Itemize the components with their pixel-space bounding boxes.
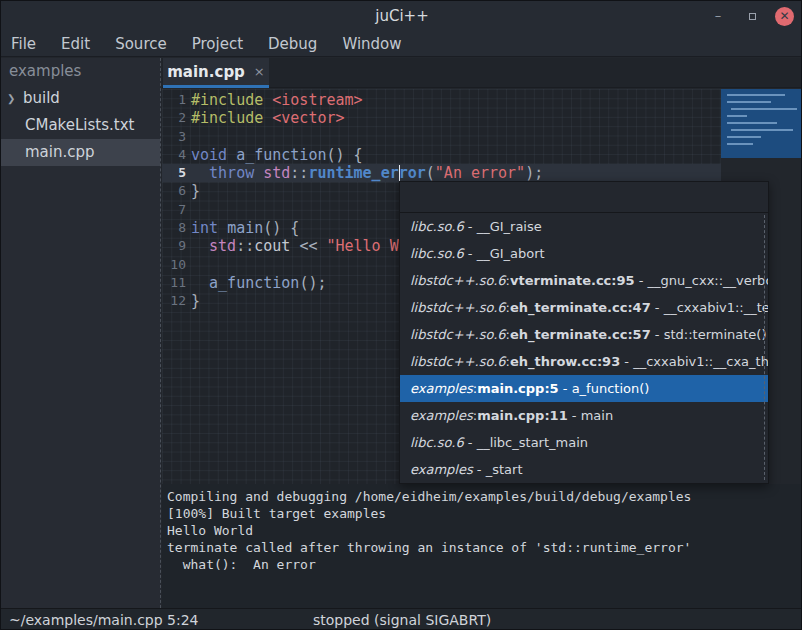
tree-item-build[interactable]: ❯build	[1, 85, 160, 112]
titlebar[interactable]: juCi++ – ✕	[1, 1, 802, 31]
debug-status: stopped (signal SIGABRT)	[313, 609, 491, 630]
tree-item-main-cpp[interactable]: main.cpp	[1, 139, 160, 166]
code-line: throw std::runtime_error("An error");	[191, 164, 721, 182]
stack-frame[interactable]: examples:main.cpp:5 - a_function()	[400, 375, 768, 402]
tab-main-cpp[interactable]: main.cpp ×	[163, 58, 269, 88]
line-number-gutter: 123456789101112	[162, 91, 191, 311]
cursor-location-status: ~/examples/main.cpp 5:24	[9, 609, 199, 630]
line-number: 11	[162, 274, 186, 292]
tree-item-label: CMakeLists.txt	[25, 112, 134, 139]
project-name: examples	[1, 58, 160, 85]
menu-window[interactable]: Window	[342, 35, 401, 53]
stack-frame[interactable]: libc.so.6 - __libc_start_main	[400, 429, 768, 456]
code-overview-tooltip	[721, 89, 802, 158]
line-number: 1	[162, 91, 186, 109]
line-number: 4	[162, 146, 186, 164]
stack-frame[interactable]: examples:main.cpp:11 - main	[400, 402, 768, 429]
stack-frame[interactable]: examples - _start	[400, 456, 768, 483]
restore-button[interactable]	[743, 7, 761, 25]
menu-file[interactable]: File	[11, 35, 36, 53]
line-number: 10	[162, 256, 186, 274]
text-caret	[399, 165, 401, 182]
code-line: #include <iostream>	[191, 91, 721, 109]
line-number: 9	[162, 237, 186, 255]
juci-window: juCi++ – ✕ FileEditSourceProjectDebugWin…	[0, 0, 802, 630]
popup-scrollbar[interactable]	[764, 215, 765, 480]
tree-item-cmakelists-txt[interactable]: CMakeLists.txt	[1, 112, 160, 139]
backtrace-popup: libc.so.6 - __GI_raiselibc.so.6 - __GI_a…	[399, 181, 769, 484]
backtrace-popup-header	[400, 182, 768, 213]
expander-chevron-icon[interactable]: ❯	[7, 85, 23, 112]
tree-item-label: build	[23, 85, 60, 112]
stack-frame[interactable]: libstdc++.so.6:eh_throw.cc:93 - __cxxabi…	[400, 348, 768, 375]
line-number: 12	[162, 292, 186, 310]
tab-close-icon[interactable]: ×	[254, 65, 265, 78]
tree-item-label: main.cpp	[25, 139, 95, 166]
code-line: #include <vector>	[191, 109, 721, 127]
file-tree-panel: examples ❯buildCMakeLists.txtmain.cpp	[1, 58, 161, 608]
line-number: 3	[162, 128, 186, 146]
menu-debug[interactable]: Debug	[268, 35, 317, 53]
terminal-line: [100%] Built target examples	[167, 505, 802, 522]
file-tree: ❯buildCMakeLists.txtmain.cpp	[1, 85, 160, 166]
terminal-line: what(): An error	[167, 556, 802, 573]
line-number: 8	[162, 219, 186, 237]
window-title: juCi++	[1, 1, 802, 31]
line-number: 5	[162, 164, 186, 182]
line-number: 2	[162, 109, 186, 127]
tab-label: main.cpp	[167, 63, 245, 81]
close-button[interactable]: ✕	[775, 7, 794, 26]
stack-frame[interactable]: libstdc++.so.6:eh_terminate.cc:57 - std:…	[400, 321, 768, 348]
statusbar: ~/examples/main.cpp 5:24 stopped (signal…	[1, 608, 802, 630]
menu-edit[interactable]: Edit	[61, 35, 90, 53]
minimize-button[interactable]: –	[709, 7, 727, 25]
terminal-output[interactable]: Compiling and debugging /home/eidheim/ex…	[162, 484, 802, 608]
stack-frame[interactable]: libc.so.6 - __GI_raise	[400, 213, 768, 240]
code-line	[191, 128, 721, 146]
line-number: 7	[162, 201, 186, 219]
terminal-line: Hello World	[167, 522, 802, 539]
menu-project[interactable]: Project	[192, 35, 243, 53]
stack-frame[interactable]: libc.so.6 - __GI_abort	[400, 240, 768, 267]
terminal-line: terminate called after throwing an insta…	[167, 539, 802, 556]
menu-source[interactable]: Source	[115, 35, 167, 53]
terminal-line: Compiling and debugging /home/eidheim/ex…	[167, 488, 802, 505]
restore-icon	[749, 13, 756, 20]
tabbar: main.cpp ×	[162, 58, 802, 88]
stack-frame[interactable]: libstdc++.so.6:eh_terminate.cc:47 - __cx…	[400, 294, 768, 321]
backtrace-list: libc.so.6 - __GI_raiselibc.so.6 - __GI_a…	[400, 213, 768, 483]
line-number: 6	[162, 182, 186, 200]
code-line: void a_function() {	[191, 146, 721, 164]
stack-frame[interactable]: libstdc++.so.6:vterminate.cc:95 - __gnu_…	[400, 267, 768, 294]
menubar: FileEditSourceProjectDebugWindow	[1, 31, 802, 57]
